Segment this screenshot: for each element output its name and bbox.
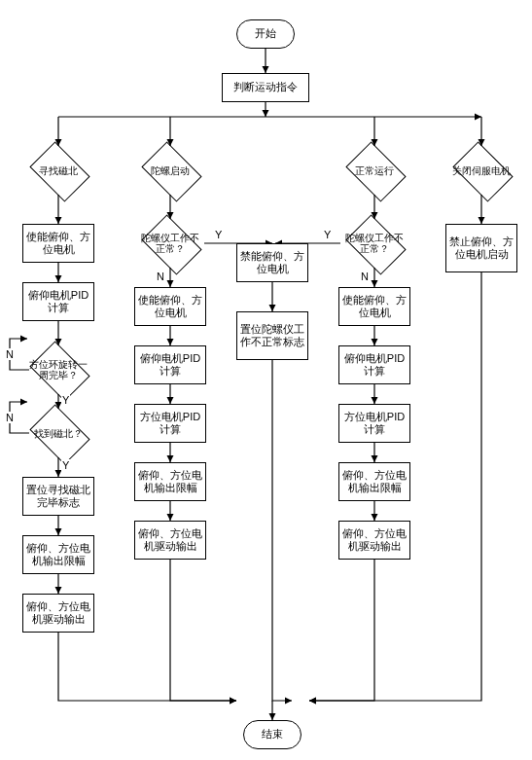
b2-decision: 陀螺启动 xyxy=(136,146,204,195)
b1-output: 俯仰、方位电机驱动输出 xyxy=(22,594,94,633)
b3-enable: 使能俯仰、方位电机 xyxy=(338,287,410,326)
b2-output: 俯仰、方位电机驱动输出 xyxy=(134,521,206,560)
b3-output: 俯仰、方位电机驱动输出 xyxy=(338,521,410,560)
b1-decision: 寻找磁北 xyxy=(24,146,92,195)
label-b2-n: N xyxy=(156,271,165,282)
b2-limit: 俯仰、方位电机输出限幅 xyxy=(134,462,206,501)
b3-azimuth-pid: 方位电机PID计算 xyxy=(338,404,410,443)
label-b3-y: Y xyxy=(323,229,332,240)
b4-disable: 禁止俯仰、方位电机启动 xyxy=(445,224,517,272)
b1-enable: 使能俯仰、方位电机 xyxy=(22,224,94,263)
b1-pid: 俯仰电机PID计算 xyxy=(22,282,94,321)
b1-flag: 置位寻找磁北完毕标志 xyxy=(22,477,94,516)
b3-limit: 俯仰、方位电机输出限幅 xyxy=(338,462,410,501)
b3-gyro-check: 陀螺仪工作不正常？ xyxy=(340,219,408,268)
label-b1-d3-y: Y xyxy=(61,394,70,406)
b2-azimuth-pid: 方位电机PID计算 xyxy=(134,404,206,443)
end-label: 结束 xyxy=(262,728,283,741)
label-b3-n: N xyxy=(360,271,370,282)
b1-limit: 俯仰、方位电机输出限幅 xyxy=(22,535,94,574)
label-b2-y: Y xyxy=(214,229,223,240)
b2-gyro-check: 陀螺仪工作不正常？ xyxy=(136,219,204,268)
start-label: 开始 xyxy=(255,27,276,40)
judge-label: 判断运动指令 xyxy=(233,81,298,93)
b3-pitch-pid: 俯仰电机PID计算 xyxy=(338,345,410,384)
end-node: 结束 xyxy=(243,720,301,749)
b3-decision: 正常运行 xyxy=(340,146,408,195)
b4-decision: 关闭伺服电机 xyxy=(447,146,515,195)
b2-enable: 使能俯仰、方位电机 xyxy=(134,287,206,326)
b2-pitch-pid: 俯仰电机PID计算 xyxy=(134,345,206,384)
center-disable: 禁能俯仰、方位电机 xyxy=(236,243,308,282)
label-b1-d4-y: Y xyxy=(61,459,70,471)
start-node: 开始 xyxy=(236,19,295,49)
label-b1-d3-n: N xyxy=(5,348,15,360)
b1-d4: 找到磁北？ xyxy=(24,409,92,457)
label-b1-d4-n: N xyxy=(5,412,15,423)
judge-node: 判断运动指令 xyxy=(222,73,309,102)
b1-d3: 方位环旋转一周完毕？ xyxy=(24,345,92,394)
center-flag: 置位陀螺仪工作不正常标志 xyxy=(236,311,308,360)
